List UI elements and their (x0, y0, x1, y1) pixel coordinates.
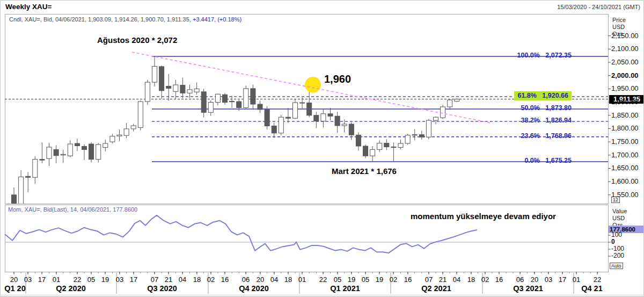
fib-level-label: 0.0% 1,675.25 (504, 157, 572, 164)
candlestick (398, 140, 403, 149)
auto-scale-button[interactable]: Auto (610, 263, 623, 269)
candlestick (349, 122, 354, 140)
fib-level-text: 38.2% 1,826.94 (521, 117, 572, 124)
highlight-circle (305, 77, 321, 93)
candlestick (180, 78, 185, 98)
x-axis-date-label: 03 (24, 276, 32, 284)
value-axis-tick-label: 100 (611, 231, 622, 238)
candlestick (152, 56, 157, 86)
annotation-1960-high: 1,960 (324, 73, 351, 85)
candlestick (314, 112, 319, 128)
candlestick (68, 140, 72, 157)
x-axis-date-label: 19 (348, 276, 355, 284)
value-axis-tick-label: -100 (611, 245, 624, 252)
candlestick (370, 146, 375, 162)
candlestick (335, 112, 340, 133)
price-axis-tick-label: 2,000.00 (611, 71, 639, 79)
x-axis-date-label: 18 (193, 276, 201, 284)
x-axis-date-label: 16 (495, 276, 503, 284)
price-axis-tick-label: 1,950.00 (611, 84, 639, 92)
price-axis-tick-label: 2,150.00 (611, 32, 639, 40)
momentum-legend[interactable]: Mom, XAU=, Bid(Last), 14, 04/06/2021, 17… (8, 206, 137, 213)
candlestick (328, 108, 333, 120)
value-axis-tick-label: -200 (611, 252, 624, 259)
x-axis-date-label: 05 (87, 276, 95, 284)
candlestick (40, 142, 45, 163)
candlestick (434, 117, 438, 125)
candlestick (75, 139, 79, 151)
candlestick (391, 142, 396, 161)
x-axis-quarter-label: Q2 2021 (421, 284, 451, 293)
x-axis-date-label: 16 (221, 276, 229, 284)
fib-level-label: 100.0% 2,072.35 (504, 52, 572, 59)
date-range-label: 15/03/2020 - 24/10/2021 (GMT) (557, 4, 640, 10)
page-title: Weekly XAU= (5, 3, 52, 11)
candle-legend[interactable]: Cndl, XAU=, Bid, 04/06/2021, 1,903.09, 1… (9, 16, 241, 23)
x-axis-date-label: 21 (165, 276, 172, 284)
candlestick (103, 140, 108, 151)
bottom-strip (1, 294, 644, 297)
x-axis-date-label: 04 (453, 276, 460, 284)
x-axis-date-label: 18 (467, 276, 475, 284)
x-axis-date-label: 06 (516, 276, 524, 284)
price-axis-tick-label: 1,800.00 (611, 124, 639, 132)
annotation-march-low: Mart 2021 * 1,676 (332, 166, 397, 176)
chart-window: Weekly XAU= 15/03/2020 - 24/10/2021 (GMT… (0, 0, 644, 297)
candlestick (300, 97, 305, 108)
x-axis-quarter-label: Q3 2021 (513, 284, 543, 293)
candles-group[interactable] (12, 56, 459, 222)
fib-level-text: 50.0% 1,873.80 (521, 104, 572, 112)
candlestick (89, 142, 94, 163)
candlestick (82, 144, 87, 161)
candlestick (258, 100, 262, 113)
candlestick (265, 106, 269, 129)
candlestick (194, 83, 199, 95)
chart-canvas[interactable] (1, 1, 644, 297)
candlestick (286, 108, 290, 123)
x-axis-quarter-label: Q4 21 (581, 284, 603, 293)
candlestick (405, 134, 410, 144)
price-axis-tick-label: 1,750.00 (611, 137, 639, 146)
candlestick (356, 132, 361, 150)
price-axis-tick-label: 1,550.00 (611, 191, 639, 199)
x-axis-date-label: 21 (439, 276, 447, 284)
candlestick (33, 156, 38, 184)
fib-level-text: 100.0% 2,072.35 (517, 52, 572, 59)
momentum-line[interactable] (5, 215, 477, 253)
price-axis-tick-label: 1,700.00 (611, 151, 639, 159)
fib-level-text: 61.8% 1,920.66 (514, 91, 572, 100)
candlestick (159, 66, 164, 99)
x-axis-date-label: 07 (151, 276, 158, 284)
candlestick (384, 139, 389, 150)
x-axis-date-label: 01 (298, 276, 306, 284)
candlestick (455, 98, 459, 102)
price-axis-tick-label: 1,650.00 (611, 164, 639, 172)
candlestick (293, 99, 298, 119)
x-axis-quarter-label: Q1 2021 (330, 284, 360, 293)
candlestick (363, 144, 368, 158)
x-axis-date-label: 20 (257, 276, 264, 284)
annotation-august-peak: Ağustos 2020 * 2,072 (97, 35, 177, 45)
x-axis-quarter-label: Q4 2020 (239, 284, 269, 293)
candlestick (223, 93, 228, 105)
candlestick (448, 99, 452, 110)
x-axis-date-label: 16 (404, 276, 412, 284)
price-axis-tick-label: 1,600.00 (611, 177, 639, 185)
candlestick (251, 84, 255, 110)
price-axis-tick-label: 2,050.00 (611, 58, 639, 66)
x-axis-date-label: 19 (101, 276, 109, 284)
fib-level-text: 23.6% 1,768.96 (521, 132, 572, 140)
x-axis-quarter-label: Q1 20 (4, 284, 26, 293)
candlestick (145, 80, 150, 105)
candlestick (96, 143, 101, 163)
candlestick (201, 89, 206, 117)
price-axis-tick-label: 1,900.00 (611, 98, 639, 106)
x-axis-date-label: 07 (425, 276, 433, 284)
x-axis-date-label: 03 (116, 276, 123, 284)
candlestick (208, 100, 213, 116)
fib-level-label: 38.2% 1,826.94 (504, 117, 572, 124)
candlestick (377, 140, 382, 152)
annotation-momentum-note: momentum yükselmeye devam ediyor (411, 212, 556, 221)
x-axis-date-label: 20 (10, 276, 18, 284)
candlestick (187, 84, 192, 98)
